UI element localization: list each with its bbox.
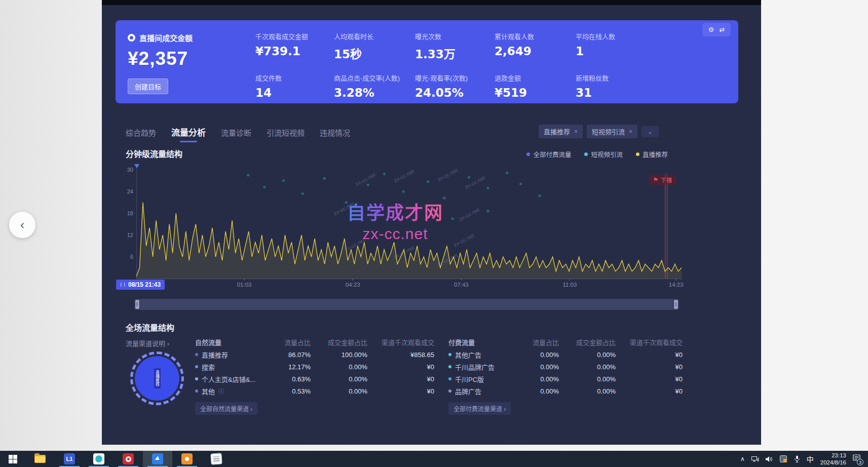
speaker-icon[interactable] xyxy=(766,456,773,462)
notification-center-icon[interactable]: 3 xyxy=(853,454,861,463)
metric-label: 商品点击-成交率(人数) xyxy=(334,73,415,83)
chevron-right-icon: › xyxy=(167,340,169,347)
gear-icon[interactable]: ⚙ xyxy=(708,26,714,33)
x-axis-line xyxy=(136,279,683,279)
chevron-down-icon: ⌄ xyxy=(648,128,653,135)
filter-tag-short-video[interactable]: 短视频引流 × xyxy=(587,125,637,138)
metric-value: 14 xyxy=(255,86,334,99)
flag-icon: ⚑ xyxy=(653,176,658,183)
table-row: 品牌广告 0.00% 0.00% ¥0 xyxy=(448,385,683,397)
all-paid-channels-link[interactable]: 全部付费流量渠道 › xyxy=(448,402,511,415)
chart-zoom-scrollbar[interactable] xyxy=(134,299,679,310)
create-goal-button[interactable]: 创建目标 xyxy=(128,79,168,94)
legend-item-paid[interactable]: 全部付费流量 xyxy=(526,149,571,159)
x-tick-label: 11:03 xyxy=(562,282,577,288)
taskbar-notepad[interactable] xyxy=(202,451,231,467)
metric-value: 3.28% xyxy=(334,86,415,99)
close-icon[interactable]: × xyxy=(629,128,632,135)
natural-traffic-table: 自然流量 流量占比 成交金额占比 渠道千次观看成交 直播推荐 86.07% 10… xyxy=(195,335,434,415)
taskbar-app-red[interactable] xyxy=(114,451,143,467)
clock-time: 23:13 xyxy=(820,452,846,459)
table-row: 个人主页&店铺&... 0.63% 0.00% ¥0 xyxy=(195,373,434,385)
network-icon[interactable] xyxy=(751,456,759,462)
x-tick-mark xyxy=(676,279,676,281)
zoom-handle-right[interactable] xyxy=(674,300,678,309)
folder-icon xyxy=(34,455,46,463)
notepad-icon xyxy=(210,453,222,464)
clock-date: 2024/8/16 xyxy=(820,459,846,466)
paid-traffic-table: 付费流量 流量占比 成交金额占比 渠道千次观看成交 其他广告 0.00% 0.0… xyxy=(448,335,683,415)
metric-label: 新增粉丝数 xyxy=(576,73,657,83)
row-dot xyxy=(195,353,198,356)
screenshot-app-icon[interactable] xyxy=(780,455,787,462)
table-header: 付费流量 流量占比 成交金额占比 渠道千次观看成交 xyxy=(448,335,683,348)
filter-tag-live-recommend[interactable]: 直播推荐 × xyxy=(539,125,583,138)
taskbar-app-teal[interactable] xyxy=(84,451,114,467)
ime-indicator[interactable]: 中 xyxy=(807,454,814,464)
zoom-selected-range[interactable] xyxy=(140,299,673,310)
tab-short-video[interactable]: 引流短视频 xyxy=(267,127,305,142)
zoom-handle-left[interactable] xyxy=(135,300,139,309)
chevron-up-icon[interactable]: ∧ xyxy=(740,455,745,462)
table-row: 直播推荐 86.07% 100.00% ¥858.65 xyxy=(195,348,434,361)
row-dot xyxy=(195,365,198,368)
window-top-strip xyxy=(102,0,761,5)
y-tick-label: 6 xyxy=(130,254,133,260)
all-natural-channels-link[interactable]: 全部自然流量渠道 › xyxy=(195,402,257,415)
swap-icon[interactable]: ⇄ xyxy=(719,26,725,33)
taskbar-app-orange[interactable] xyxy=(172,451,202,467)
table-row: 其他广告 0.00% 0.00% ¥0 xyxy=(448,348,683,361)
legend-item-live[interactable]: 直播推荐 xyxy=(636,149,668,159)
channel-note-link[interactable]: 流量渠道说明 › xyxy=(126,338,169,348)
chart-start-time-badge[interactable]: ⋮⋮ 08/15 21:43 xyxy=(116,280,165,290)
metrics-grid: 千次观看成交金额¥739.1 人均观看时长15秒 曝光次数1.33万 累计观看人… xyxy=(255,31,657,99)
taskbar-file-explorer[interactable] xyxy=(25,451,55,467)
legend-dot xyxy=(526,152,530,156)
kpi-banner: 直播间成交金额 ¥2,357 创建目标 千次观看成交金额¥739.1 人均观看时… xyxy=(116,20,738,103)
metric-label: 曝光-观看率(次数) xyxy=(415,73,495,83)
x-tick-label: 14:23 xyxy=(669,282,684,288)
filter-bar: 直播推荐 × 短视频引流 × ⌄ xyxy=(539,125,659,138)
primary-metric-label: 直播间成交金额 xyxy=(139,32,193,43)
table-row: 千川品牌广告 0.00% 0.00% ¥0 xyxy=(448,361,683,373)
metric-value: 24.05% xyxy=(415,86,495,99)
orange-app-icon xyxy=(181,453,193,464)
tab-violations[interactable]: 违规情况 xyxy=(320,127,350,142)
y-tick-label: 30 xyxy=(127,167,133,173)
tab-bar: 综合趋势 流量分析 流量诊断 引流短视频 违规情况 xyxy=(126,126,350,142)
start-button[interactable] xyxy=(0,451,25,467)
row-dot xyxy=(448,377,451,380)
tab-overall-trend[interactable]: 综合趋势 xyxy=(126,127,156,142)
tab-traffic-diagnosis[interactable]: 流量诊断 xyxy=(221,127,251,142)
table-row: 搜索 12.17% 0.00% ¥0 xyxy=(195,361,434,373)
taskbar-app-browser[interactable] xyxy=(143,451,172,467)
row-dot xyxy=(195,390,198,393)
minute-traffic-chart: 302418126 zx-cc.netzx-cc.netzx-cc.netzx-… xyxy=(124,164,684,296)
y-axis: 302418126 xyxy=(124,164,133,280)
y-tick-label: 24 xyxy=(127,188,133,194)
teal-app-icon xyxy=(93,453,104,464)
primary-metric-value: ¥2,357 xyxy=(128,48,193,69)
legend-dot xyxy=(636,152,639,156)
metric-label: 累计观看人数 xyxy=(495,31,576,41)
close-icon[interactable]: × xyxy=(574,128,578,135)
table-row: 其他ⓘ 0.53% 0.00% ¥0 xyxy=(195,385,434,397)
tab-traffic-analysis[interactable]: 流量分析 xyxy=(171,126,206,142)
previous-page-button[interactable]: ‹ xyxy=(9,212,35,238)
traffic-line-svg xyxy=(136,164,682,280)
filter-dropdown[interactable]: ⌄ xyxy=(641,126,659,137)
legend-item-video[interactable]: 短视频引流 xyxy=(584,149,623,159)
metric-label: 成交件数 xyxy=(255,73,334,83)
donut-core: 直播推荐 xyxy=(135,356,179,401)
metric-value: 1.33万 xyxy=(415,45,495,62)
table-header: 自然流量 流量占比 成交金额占比 渠道千次观看成交 xyxy=(195,335,434,348)
microphone-icon[interactable] xyxy=(794,455,800,462)
x-axis-labels: 01:0304:2307:4311:0314:23 xyxy=(136,282,682,292)
taskbar-app-l1[interactable]: L1 xyxy=(55,451,84,467)
x-tick-mark xyxy=(461,279,462,281)
red-circle-app-icon xyxy=(123,453,134,464)
taskbar-clock[interactable]: 23:13 2024/8/16 xyxy=(820,452,846,466)
traffic-donut-chart: 直播推荐 xyxy=(130,352,184,405)
y-tick-label: 12 xyxy=(127,232,133,238)
info-icon[interactable]: ⓘ xyxy=(218,387,224,395)
